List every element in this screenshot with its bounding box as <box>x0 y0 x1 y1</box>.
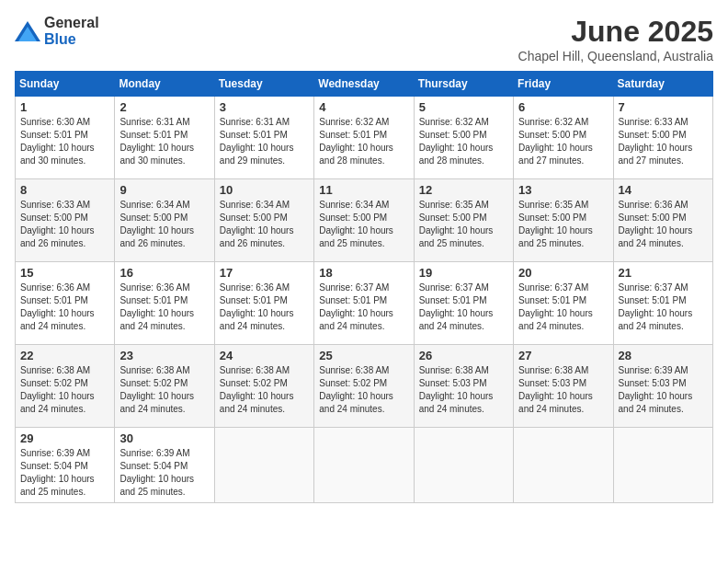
header-friday: Friday <box>514 72 613 97</box>
calendar-cell <box>613 428 712 503</box>
calendar-cell: 26 Sunrise: 6:38 AM Sunset: 5:03 PM Dayl… <box>414 345 513 428</box>
day-number: 15 <box>20 266 109 280</box>
day-info: Sunrise: 6:37 AM Sunset: 5:01 PM Dayligh… <box>319 282 408 333</box>
day-info: Sunrise: 6:34 AM Sunset: 5:00 PM Dayligh… <box>220 199 309 250</box>
day-number: 28 <box>619 349 708 362</box>
calendar-cell <box>314 428 414 503</box>
header-sunday: Sunday <box>16 72 115 97</box>
day-number: 19 <box>419 266 508 280</box>
day-number: 21 <box>619 266 708 280</box>
day-info: Sunrise: 6:37 AM Sunset: 5:01 PM Dayligh… <box>619 282 708 333</box>
calendar-cell: 11 Sunrise: 6:34 AM Sunset: 5:00 PM Dayl… <box>314 179 414 262</box>
day-number: 6 <box>518 100 608 114</box>
day-number: 18 <box>319 266 408 280</box>
day-info: Sunrise: 6:38 AM Sunset: 5:02 PM Dayligh… <box>119 364 209 416</box>
day-number: 4 <box>319 100 408 114</box>
header-tuesday: Tuesday <box>214 72 313 97</box>
header-thursday: Thursday <box>414 72 513 97</box>
day-number: 25 <box>319 349 408 362</box>
day-number: 26 <box>419 349 508 362</box>
page-header: General Blue June 2025 Chapel Hill, Quee… <box>15 15 713 63</box>
day-info: Sunrise: 6:36 AM Sunset: 5:00 PM Dayligh… <box>619 199 708 250</box>
day-info: Sunrise: 6:32 AM Sunset: 5:00 PM Dayligh… <box>518 116 608 167</box>
calendar-cell <box>214 428 313 503</box>
calendar-cell: 8 Sunrise: 6:33 AM Sunset: 5:00 PM Dayli… <box>16 179 115 262</box>
calendar-cell: 18 Sunrise: 6:37 AM Sunset: 5:01 PM Dayl… <box>314 262 414 345</box>
day-number: 13 <box>518 183 608 197</box>
calendar-cell: 7 Sunrise: 6:33 AM Sunset: 5:00 PM Dayli… <box>613 97 712 179</box>
calendar-table: Sunday Monday Tuesday Wednesday Thursday… <box>15 71 713 503</box>
calendar-cell: 22 Sunrise: 6:38 AM Sunset: 5:02 PM Dayl… <box>16 345 115 428</box>
day-info: Sunrise: 6:38 AM Sunset: 5:02 PM Dayligh… <box>220 364 309 416</box>
calendar-cell: 19 Sunrise: 6:37 AM Sunset: 5:01 PM Dayl… <box>414 262 513 345</box>
calendar-cell: 15 Sunrise: 6:36 AM Sunset: 5:01 PM Dayl… <box>16 262 115 345</box>
calendar-cell: 27 Sunrise: 6:38 AM Sunset: 5:03 PM Dayl… <box>514 345 613 428</box>
logo-general: General <box>44 15 99 30</box>
day-info: Sunrise: 6:31 AM Sunset: 5:01 PM Dayligh… <box>119 116 209 167</box>
day-info: Sunrise: 6:39 AM Sunset: 5:03 PM Dayligh… <box>619 364 708 416</box>
day-number: 23 <box>119 349 209 362</box>
day-info: Sunrise: 6:35 AM Sunset: 5:00 PM Dayligh… <box>419 199 508 250</box>
calendar-cell: 10 Sunrise: 6:34 AM Sunset: 5:00 PM Dayl… <box>214 179 313 262</box>
calendar-cell: 21 Sunrise: 6:37 AM Sunset: 5:01 PM Dayl… <box>613 262 712 345</box>
day-number: 9 <box>119 183 209 197</box>
calendar-cell: 4 Sunrise: 6:32 AM Sunset: 5:01 PM Dayli… <box>314 97 414 179</box>
calendar-cell: 23 Sunrise: 6:38 AM Sunset: 5:02 PM Dayl… <box>115 345 214 428</box>
calendar-cell: 3 Sunrise: 6:31 AM Sunset: 5:01 PM Dayli… <box>214 97 313 179</box>
day-info: Sunrise: 6:37 AM Sunset: 5:01 PM Dayligh… <box>419 282 508 333</box>
day-number: 22 <box>20 349 109 362</box>
day-info: Sunrise: 6:37 AM Sunset: 5:01 PM Dayligh… <box>518 282 608 333</box>
day-info: Sunrise: 6:31 AM Sunset: 5:01 PM Dayligh… <box>220 116 309 167</box>
day-info: Sunrise: 6:34 AM Sunset: 5:00 PM Dayligh… <box>319 199 408 250</box>
day-info: Sunrise: 6:38 AM Sunset: 5:02 PM Dayligh… <box>20 364 109 416</box>
day-number: 8 <box>20 183 109 197</box>
day-info: Sunrise: 6:34 AM Sunset: 5:00 PM Dayligh… <box>119 199 209 250</box>
calendar-cell: 14 Sunrise: 6:36 AM Sunset: 5:00 PM Dayl… <box>613 179 712 262</box>
calendar-cell: 28 Sunrise: 6:39 AM Sunset: 5:03 PM Dayl… <box>613 345 712 428</box>
day-number: 11 <box>319 183 408 197</box>
day-info: Sunrise: 6:38 AM Sunset: 5:03 PM Dayligh… <box>419 364 508 416</box>
calendar-cell: 5 Sunrise: 6:32 AM Sunset: 5:00 PM Dayli… <box>414 97 513 179</box>
calendar-cell: 13 Sunrise: 6:35 AM Sunset: 5:00 PM Dayl… <box>514 179 613 262</box>
calendar-cell: 16 Sunrise: 6:36 AM Sunset: 5:01 PM Dayl… <box>115 262 214 345</box>
day-number: 1 <box>20 100 109 114</box>
calendar-cell: 9 Sunrise: 6:34 AM Sunset: 5:00 PM Dayli… <box>115 179 214 262</box>
day-number: 24 <box>220 349 309 362</box>
day-number: 30 <box>119 431 209 445</box>
day-number: 29 <box>20 431 109 445</box>
header-saturday: Saturday <box>613 72 712 97</box>
day-number: 10 <box>220 183 309 197</box>
day-number: 20 <box>518 266 608 280</box>
day-info: Sunrise: 6:33 AM Sunset: 5:00 PM Dayligh… <box>619 116 708 167</box>
day-number: 12 <box>419 183 508 197</box>
calendar-cell: 24 Sunrise: 6:38 AM Sunset: 5:02 PM Dayl… <box>214 345 313 428</box>
calendar-cell: 20 Sunrise: 6:37 AM Sunset: 5:01 PM Dayl… <box>514 262 613 345</box>
title-area: June 2025 Chapel Hill, Queensland, Austr… <box>518 15 713 63</box>
day-info: Sunrise: 6:39 AM Sunset: 5:04 PM Dayligh… <box>20 447 109 499</box>
calendar-cell: 29 Sunrise: 6:39 AM Sunset: 5:04 PM Dayl… <box>16 428 115 503</box>
calendar-cell: 6 Sunrise: 6:32 AM Sunset: 5:00 PM Dayli… <box>514 97 613 179</box>
calendar-cell: 25 Sunrise: 6:38 AM Sunset: 5:02 PM Dayl… <box>314 345 414 428</box>
logo: General Blue <box>15 15 99 48</box>
calendar-cell: 30 Sunrise: 6:39 AM Sunset: 5:04 PM Dayl… <box>115 428 214 503</box>
day-number: 7 <box>619 100 708 114</box>
day-info: Sunrise: 6:33 AM Sunset: 5:00 PM Dayligh… <box>20 199 109 250</box>
day-info: Sunrise: 6:36 AM Sunset: 5:01 PM Dayligh… <box>220 282 309 333</box>
day-number: 17 <box>220 266 309 280</box>
day-number: 16 <box>119 266 209 280</box>
day-info: Sunrise: 6:35 AM Sunset: 5:00 PM Dayligh… <box>518 199 608 250</box>
day-info: Sunrise: 6:32 AM Sunset: 5:01 PM Dayligh… <box>319 116 408 167</box>
day-info: Sunrise: 6:36 AM Sunset: 5:01 PM Dayligh… <box>20 282 109 333</box>
calendar-cell: 1 Sunrise: 6:30 AM Sunset: 5:01 PM Dayli… <box>16 97 115 179</box>
location-title: Chapel Hill, Queensland, Australia <box>518 49 713 63</box>
calendar-cell: 2 Sunrise: 6:31 AM Sunset: 5:01 PM Dayli… <box>115 97 214 179</box>
calendar-cell: 17 Sunrise: 6:36 AM Sunset: 5:01 PM Dayl… <box>214 262 313 345</box>
day-number: 14 <box>619 183 708 197</box>
day-info: Sunrise: 6:38 AM Sunset: 5:03 PM Dayligh… <box>518 364 608 416</box>
day-number: 27 <box>518 349 608 362</box>
day-number: 3 <box>220 100 309 114</box>
month-title: June 2025 <box>518 15 713 49</box>
weekday-header-row: Sunday Monday Tuesday Wednesday Thursday… <box>16 72 713 97</box>
calendar-cell: 12 Sunrise: 6:35 AM Sunset: 5:00 PM Dayl… <box>414 179 513 262</box>
day-info: Sunrise: 6:39 AM Sunset: 5:04 PM Dayligh… <box>119 447 209 499</box>
